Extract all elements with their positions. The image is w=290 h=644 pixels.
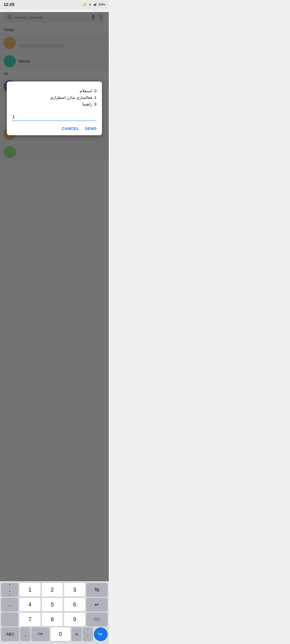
svg-rect-1	[94, 4, 94, 6]
key-4[interactable]: 4	[19, 598, 41, 612]
status-time: 12:25	[4, 2, 15, 7]
key-equals[interactable]: =	[72, 628, 82, 641]
svg-rect-3	[96, 3, 96, 6]
key-empty[interactable]	[1, 612, 18, 626]
dialog-line-2: 9. راهنما	[12, 101, 97, 108]
battery-text: 34%	[99, 2, 105, 6]
key-enter[interactable]	[94, 628, 108, 641]
main-content: Search contacts Today	[0, 12, 109, 586]
key-1[interactable]: 1	[19, 583, 41, 596]
svg-rect-4	[96, 2, 97, 6]
send-button[interactable]: SEND	[85, 126, 97, 131]
key-percent[interactable]: %	[86, 583, 108, 596]
dialog-line-0: 0. استعلام	[12, 88, 97, 94]
keyboard: +-*/ 1 2 3 % ⎵ 4 5 6 ↵ 7 8 9 ABC	[0, 581, 109, 644]
key-abc[interactable]: ABC	[1, 628, 19, 641]
key-3[interactable]: 3	[64, 583, 85, 596]
key-5[interactable]: 5	[42, 598, 63, 612]
status-bar: 12:25 🔑 34%	[0, 0, 109, 9]
dialog-line-1: 1. فعالسازی شارژ اضطراری	[12, 94, 97, 101]
key-symbols[interactable]: +-*/	[1, 583, 18, 596]
dialog-input[interactable]	[12, 114, 97, 121]
status-icons: 🔑 34%	[82, 2, 105, 7]
key-2[interactable]: 2	[42, 583, 63, 596]
key-period[interactable]: .	[83, 628, 93, 641]
dialog-actions: CANCEL SEND	[12, 126, 97, 131]
keyboard-row-2: ⎵ 4 5 6 ↵	[1, 598, 108, 612]
dialog-content: 0. استعلام 1. فعالسازی شارژ اضطراری 9. ر…	[12, 88, 97, 108]
keyboard-row-4: ABC , !?# 0 = .	[1, 628, 108, 641]
svg-point-0	[90, 5, 90, 6]
keyboard-row-1: +-*/ 1 2 3 %	[1, 583, 108, 596]
key-7[interactable]: 7	[19, 612, 41, 626]
dialog-input-area[interactable]	[12, 114, 97, 121]
svg-rect-2	[95, 4, 95, 6]
key-enter-arrow[interactable]: ↵	[86, 598, 108, 612]
key-icon: 🔑	[82, 2, 86, 6]
key-comma[interactable]: ,	[20, 628, 30, 641]
wifi-icon	[88, 2, 92, 7]
key-symbols2[interactable]: !?#	[32, 628, 49, 641]
key-8[interactable]: 8	[42, 612, 63, 626]
key-0[interactable]: 0	[51, 628, 71, 641]
cancel-button[interactable]: CANCEL	[62, 126, 79, 131]
key-9[interactable]: 9	[64, 612, 85, 626]
key-backspace[interactable]	[86, 612, 108, 626]
key-space[interactable]: ⎵	[1, 598, 18, 612]
signal-icon	[94, 2, 97, 7]
keyboard-row-3: 7 8 9	[1, 612, 108, 626]
key-6[interactable]: 6	[64, 598, 85, 612]
dialog: 0. استعلام 1. فعالسازی شارژ اضطراری 9. ر…	[7, 82, 102, 135]
